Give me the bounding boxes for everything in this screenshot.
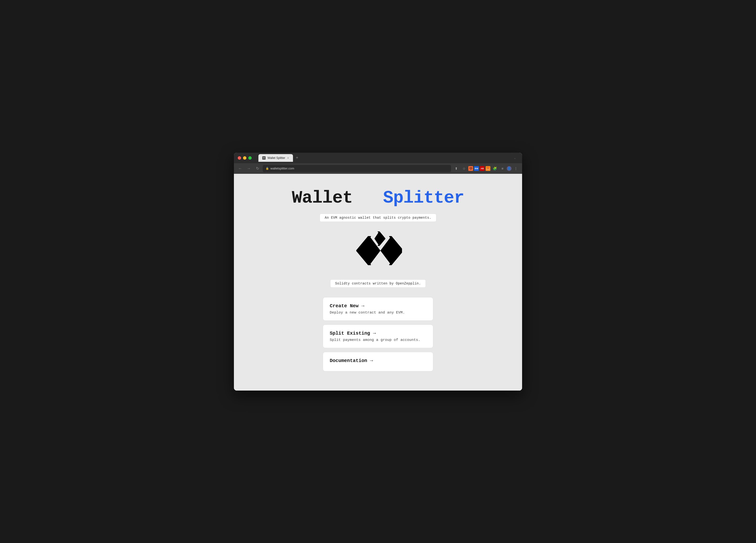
tab-close-button[interactable]: ×: [287, 156, 289, 160]
bitwarden-icon[interactable]: BW: [474, 166, 479, 171]
documentation-title: Documentation →: [330, 358, 426, 363]
window-controls-icon: ⌄: [512, 155, 518, 161]
tab-bar: W Wallet Splitter × +: [258, 154, 509, 162]
address-bar[interactable]: 🔒 walletsplitter.com: [263, 165, 451, 172]
url-text: walletsplitter.com: [270, 167, 294, 170]
share-icon[interactable]: ⬆: [453, 165, 460, 172]
profile-icon[interactable]: 👤: [507, 166, 512, 171]
title-wallet: Wallet: [292, 188, 353, 208]
active-tab[interactable]: W Wallet Splitter ×: [258, 154, 293, 162]
split-existing-card[interactable]: Split Existing → Split payments among a …: [323, 324, 433, 348]
bookmark-icon[interactable]: ☆: [461, 165, 467, 172]
tab-favicon: W: [262, 156, 266, 160]
refresh-button[interactable]: ↻: [254, 165, 261, 172]
logo-svg: [354, 232, 402, 270]
create-new-card[interactable]: Create New → Deploy a new contract and a…: [323, 297, 433, 321]
page-content: Wallet Splitter An EVM agnostic wallet t…: [234, 174, 522, 390]
close-button[interactable]: [238, 156, 241, 160]
documentation-card[interactable]: Documentation →: [323, 352, 433, 371]
tab-title: Wallet Splitter: [268, 156, 285, 160]
split-existing-title: Split Existing →: [330, 330, 426, 336]
adblock-icon[interactable]: AB: [480, 166, 485, 171]
brave-shield-icon[interactable]: 🛡: [468, 166, 473, 171]
lock-icon: 🔒: [266, 167, 269, 170]
browser-titlebar: W Wallet Splitter × + ⌄: [234, 153, 522, 163]
forward-button[interactable]: →: [245, 165, 252, 172]
create-new-title: Create New →: [330, 303, 426, 309]
split-existing-desc: Split payments among a group of accounts…: [330, 338, 426, 342]
title-splitter: Splitter: [383, 188, 464, 208]
create-new-desc: Deploy a new contract and any EVM.: [330, 310, 426, 315]
more-menu-icon[interactable]: ⋮: [512, 165, 519, 172]
puzzle-icon[interactable]: 🧩: [491, 165, 498, 172]
browser-window: W Wallet Splitter × + ⌄ ← → ↻ 🔒 walletsp…: [234, 153, 522, 390]
menu-icon[interactable]: ≡: [499, 165, 506, 172]
page-main-title: Wallet Splitter: [292, 188, 464, 208]
metamask-icon[interactable]: 🦊: [486, 166, 490, 171]
back-button[interactable]: ←: [237, 165, 244, 172]
traffic-lights: [238, 156, 252, 160]
maximize-button[interactable]: [248, 156, 252, 160]
extension-icons: ⬆ ☆ 🛡 BW AB 🦊 🧩 ≡ 👤 ⋮: [453, 165, 519, 172]
cards-container: Create New → Deploy a new contract and a…: [323, 297, 433, 371]
logo-container: [354, 232, 402, 271]
subtitle-badge: An EVM agnostic wallet that splits crypt…: [320, 214, 436, 222]
browser-toolbar: ← → ↻ 🔒 walletsplitter.com ⬆ ☆ 🛡 BW AB 🦊…: [234, 163, 522, 174]
minimize-button[interactable]: [243, 156, 246, 160]
solidity-badge: Solidty contracts written by OpenZepplin…: [330, 279, 426, 287]
new-tab-button[interactable]: +: [294, 155, 300, 160]
